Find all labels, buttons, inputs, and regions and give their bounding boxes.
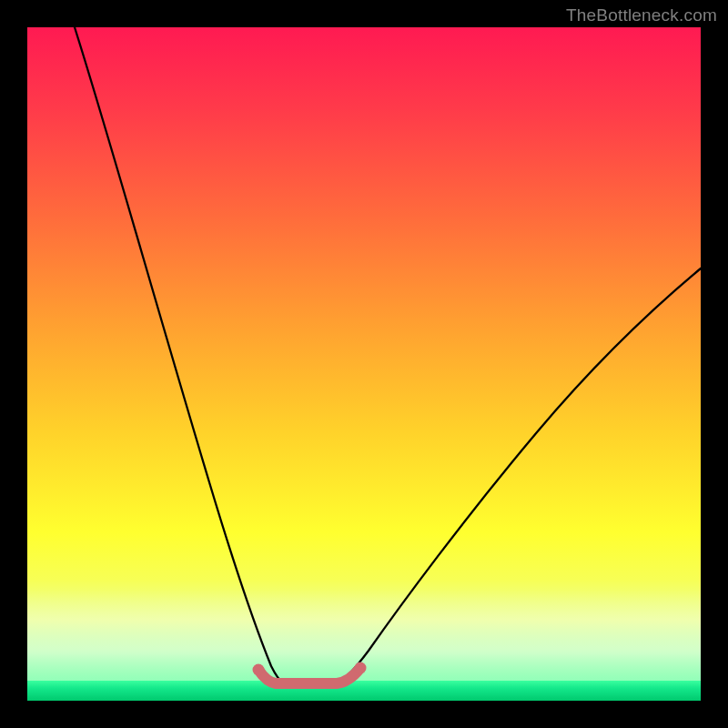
- valley-dot-left: [253, 664, 265, 676]
- left-curve: [75, 27, 283, 682]
- valley-dot-right: [355, 662, 367, 674]
- curve-svg: [27, 27, 701, 701]
- watermark-text: TheBottleneck.com: [566, 5, 717, 25]
- chart-frame: TheBottleneck.com: [0, 0, 728, 728]
- right-curve: [337, 268, 701, 682]
- plot-area: [27, 27, 701, 701]
